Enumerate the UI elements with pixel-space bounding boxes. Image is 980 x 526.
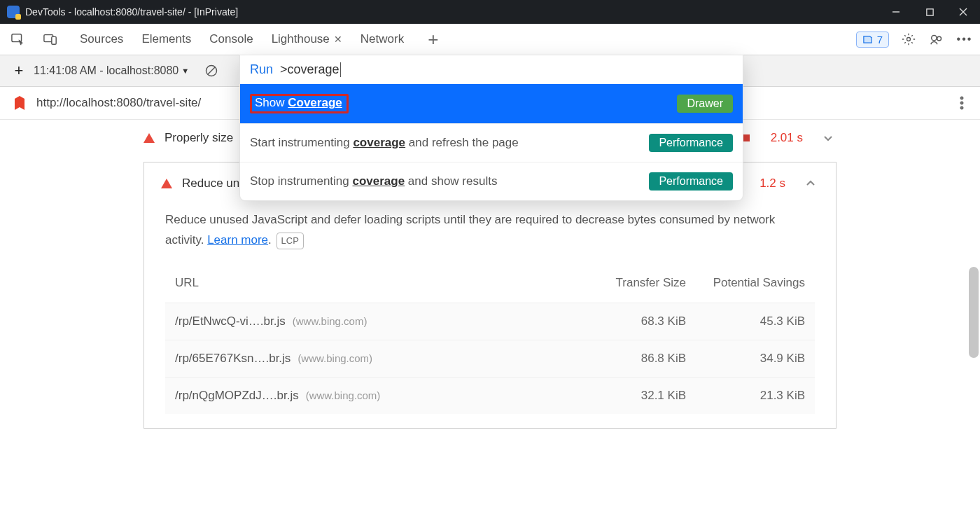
minimize-button[interactable] [879,0,913,24]
lighthouse-icon [13,96,27,110]
feedback-icon[interactable] [928,31,945,48]
fail-icon [161,179,172,188]
issues-count: 7 [877,34,883,46]
svg-rect-3 [52,36,56,44]
command-tag-performance: Performance [649,172,733,191]
svg-point-4 [907,38,911,41]
command-option-stop-coverage[interactable]: Stop instrumenting coverage and show res… [240,162,743,200]
tab-sources[interactable]: Sources [80,32,123,46]
audit-title: Properly size [164,131,233,145]
command-tag-performance: Performance [649,134,733,152]
settings-icon[interactable] [900,31,917,48]
clear-icon[interactable] [203,62,220,79]
svg-point-8 [960,97,963,99]
devtools-toolbar: Sources Elements Console Lighthouse ✕ Ne… [0,24,980,55]
table-row[interactable]: /rp/65E767Ksn….br.js(www.bing.com) 86.8 … [165,340,815,377]
audit-description: Reduce unused JavaScript and defer loadi… [165,210,815,251]
chevron-down-icon[interactable] [820,130,836,146]
chevron-up-icon[interactable] [802,175,819,192]
audit-table: URL Transfer Size Potential Savings /rp/… [165,263,815,414]
command-query: >coverage [280,62,341,77]
lcp-badge: LCP [276,233,304,249]
menu-icon[interactable]: ••• [956,31,973,48]
app-icon [7,6,20,18]
command-option-show-coverage[interactable]: Show Coverage Drawer [240,84,743,123]
svg-point-5 [932,36,937,41]
tab-elements[interactable]: Elements [141,32,191,46]
issues-button[interactable]: 7 [856,32,889,48]
inspect-element-icon[interactable] [10,31,27,48]
new-report-button[interactable]: + [8,62,29,80]
svg-point-10 [960,106,963,109]
toggle-device-icon[interactable] [42,31,59,48]
window-titlebar: DevTools - localhost:8080/travel-site/ -… [0,0,980,24]
table-header: URL Transfer Size Potential Savings [165,263,815,303]
command-menu: Run >coverage Show Coverage Drawer Start… [239,55,743,201]
highlight-box: Show Coverage [250,94,349,113]
fail-icon [144,133,155,143]
maximize-button[interactable] [913,0,946,24]
audit-title: Reduce unu [182,177,246,191]
tab-console[interactable]: Console [209,32,253,46]
audit-card: Reduce unu 1.2 s Reduce unused JavaScrip… [144,162,836,429]
table-row[interactable]: /rp/EtNwcQ-vi….br.js(www.bing.com) 68.3 … [165,303,815,340]
report-picker[interactable]: 11:41:08 AM - localhost:8080 [34,64,178,77]
panel-tabs: Sources Elements Console Lighthouse ✕ Ne… [80,32,438,46]
scrollbar-thumb[interactable] [969,267,979,358]
svg-point-9 [960,102,963,104]
close-tab-icon[interactable]: ✕ [334,34,342,45]
svg-point-6 [937,36,941,41]
tab-lighthouse[interactable]: Lighthouse ✕ [272,32,342,46]
close-button[interactable] [946,0,980,24]
scrollbar[interactable] [967,120,980,526]
command-tag-drawer: Drawer [677,95,733,113]
command-input[interactable]: Run >coverage [240,55,743,84]
learn-more-link[interactable]: Learn more [207,233,268,247]
run-prefix: Run [250,62,273,77]
audit-time: 1.2 s [746,177,785,191]
dropdown-icon[interactable]: ▼ [181,67,189,75]
table-row[interactable]: /rp/nQgMOPZdJ….br.js(www.bing.com) 32.1 … [165,377,815,414]
report-menu-icon[interactable] [953,95,970,111]
svg-rect-0 [926,8,932,15]
audit-time: 2.01 s [764,131,803,145]
window-title: DevTools - localhost:8080/travel-site/ -… [25,6,238,18]
tab-network[interactable]: Network [360,32,404,46]
command-option-start-coverage[interactable]: Start instrumenting coverage and refresh… [240,123,743,162]
report-url: http://localhost:8080/travel-site/ [36,96,201,110]
window-controls [879,0,980,24]
